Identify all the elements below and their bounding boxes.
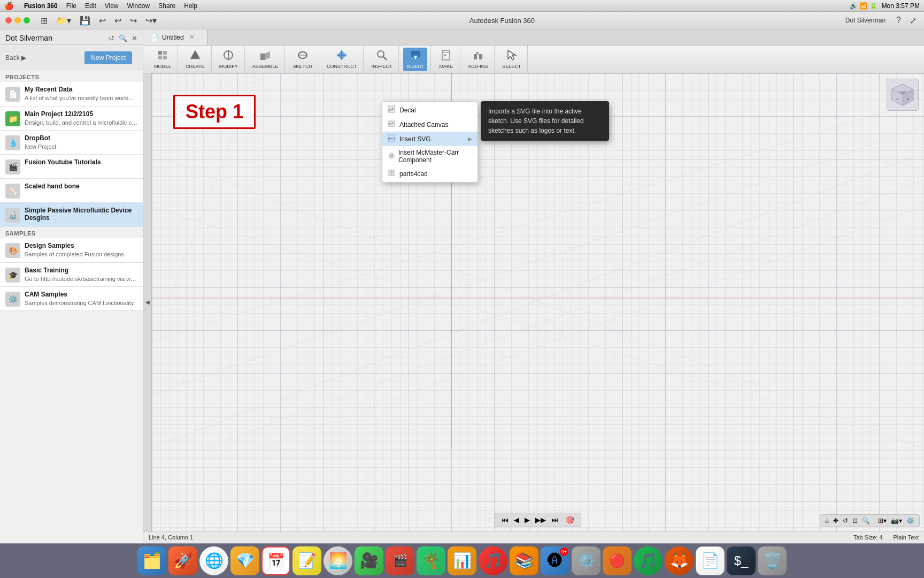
dock-ibooks[interactable]: 📚 [510, 546, 538, 575]
new-project-button[interactable]: New Project [84, 51, 132, 64]
toolbar-inspect-btn[interactable]: INSPECT [368, 48, 395, 71]
dock-preview[interactable]: 🌴 [417, 546, 445, 575]
project-youtube[interactable]: 🎬 Fusion Youtube Tutorials [0, 155, 143, 179]
toolbar-insert-btn[interactable]: INSERT [403, 48, 427, 71]
sample-design[interactable]: 🎨 Design Samples Samples of completed Fu… [0, 238, 143, 262]
view-orbit-btn[interactable]: ↺ [841, 516, 850, 525]
sample-training[interactable]: 🎓 Basic Training Go to http://autode.sk/… [0, 263, 143, 287]
save-button[interactable]: 💾 [78, 14, 93, 27]
toolbar-select-btn[interactable]: SELECT [499, 48, 524, 71]
playback-end-btn[interactable]: ⏭ [549, 515, 560, 525]
view-pan-btn[interactable]: ✥ [831, 516, 840, 525]
playback-next-btn[interactable]: ▶▶ [533, 515, 548, 525]
tab-close-button[interactable]: ✕ [189, 34, 194, 41]
dock-terminal[interactable]: $_ [727, 546, 756, 575]
menu-help[interactable]: Help [184, 2, 197, 10]
dropdown-insert-svg[interactable]: SVG Insert SVG ▶ [382, 132, 478, 146]
project-desc-recent: A list of what you've recently been work… [25, 94, 137, 102]
refresh-icon[interactable]: ↺ [109, 34, 114, 42]
dock-finder[interactable]: 🗂️ [137, 546, 166, 575]
itunes-icon: 🎵 [484, 552, 503, 569]
project-my-recent-data[interactable]: 📄 My Recent Data A list of what you've r… [0, 82, 143, 106]
toolbar-make-btn[interactable]: MAKE [435, 48, 457, 71]
menu-window[interactable]: Window [127, 2, 150, 10]
undo2-button[interactable]: ↩ [112, 14, 124, 27]
toolbar-assemble-btn[interactable]: ASSEMBLE [249, 48, 282, 71]
dock-keynote[interactable]: 📊 [448, 546, 476, 575]
dock-fusion-preview[interactable]: 🎬 [386, 546, 414, 575]
view-zoom-btn[interactable]: 🔍 [860, 516, 872, 525]
redo-button[interactable]: ↪ [128, 14, 139, 27]
playback-prev-btn[interactable]: ◀ [512, 515, 521, 525]
help-button[interactable]: ? [894, 14, 903, 26]
dock-appstore[interactable]: 🅐 9+ [541, 546, 569, 575]
toolbar-create-btn[interactable]: CREATE [182, 48, 208, 71]
dropdown-mcmaster[interactable]: M Insert McMaster-Carr Component [382, 146, 478, 166]
folder-button[interactable]: 📁▾ [54, 14, 73, 27]
dock-sketch[interactable]: 💎 [230, 546, 259, 575]
dock-trash[interactable]: 🗑️ [758, 546, 787, 575]
cube-widget[interactable]: TOP R F [887, 79, 919, 111]
user-menu[interactable]: Dot Silverman [845, 17, 886, 24]
search-icon[interactable]: 🔍 [119, 34, 127, 42]
project-hand-bone[interactable]: 🦴 Scaled hand bone [0, 179, 143, 203]
left-panel-toggle[interactable]: ◀ [143, 73, 152, 531]
view-camera-btn[interactable]: 📷▾ [889, 516, 904, 525]
playback-start-btn[interactable]: ⏮ [499, 515, 511, 525]
dock-textedit[interactable]: 📄 [696, 546, 725, 575]
menu-share[interactable]: Share [158, 2, 175, 10]
apple-menu[interactable]: 🍎 [4, 2, 13, 10]
tab-bar: 📄 Untitled ✕ [143, 29, 924, 45]
view-settings-btn[interactable]: ⚙️ [905, 516, 916, 525]
maximize-button[interactable] [24, 17, 30, 24]
undo-button[interactable]: ↩ [97, 14, 108, 27]
grid-view-button[interactable]: ⊞ [38, 14, 50, 27]
playback-play-btn[interactable]: ▶ [522, 515, 532, 525]
toolbar-addins-btn[interactable]: ADD-INS [465, 48, 491, 71]
minimize-button[interactable] [14, 17, 21, 24]
dock-facetime[interactable]: 🎥 [355, 546, 383, 575]
project-dropbot[interactable]: 💧 DropBot New Project [0, 131, 143, 155]
dock-chrome[interactable]: 🌐 [199, 546, 228, 575]
toolbar-modify-btn[interactable]: MODIFY [216, 48, 241, 71]
dropdown-parts4cad[interactable]: parts4cad [382, 166, 478, 181]
dock-itunes[interactable]: 🎵 [479, 546, 507, 575]
canvas[interactable]: Step 1 TOP R F [152, 73, 924, 531]
toolbar-sketch-btn[interactable]: SKETCH [289, 48, 315, 71]
tab-untitled[interactable]: 📄 Untitled ✕ [143, 29, 207, 45]
dock-fusion360[interactable]: 🔴 [603, 546, 632, 575]
create-icon [189, 49, 201, 63]
toolbar-construct-btn[interactable]: CONSTRUCT [324, 48, 360, 71]
dock: 🗂️ 🚀 🌐 💎 📅 📝 🌅 🎥 🎬 🌴 📊 [0, 543, 924, 578]
close-button[interactable] [5, 17, 12, 24]
dock-notes[interactable]: 📝 [292, 546, 321, 575]
close-sidebar-icon[interactable]: ✕ [132, 34, 137, 42]
playback-target-btn[interactable]: 🎯 [564, 515, 576, 525]
dock-firefox[interactable]: 🦊 [665, 546, 694, 575]
menu-file[interactable]: File [66, 2, 76, 10]
dock-photos[interactable]: 🌅 [324, 546, 352, 575]
sample-cam[interactable]: ⚙️ CAM Samples Samples demonstrating CAM… [0, 287, 143, 311]
dropdown-decal[interactable]: Decal [382, 103, 478, 117]
model-icon [157, 49, 168, 63]
menu-view[interactable]: View [105, 2, 119, 10]
back-label[interactable]: Back ▶ [5, 54, 26, 62]
view-display-btn[interactable]: ⊞▾ [876, 516, 888, 525]
svg-rect-2 [158, 56, 162, 59]
redo2-button[interactable]: ↪▾ [143, 14, 159, 27]
svg-rect-23 [476, 52, 479, 55]
svg-rect-22 [474, 54, 477, 59]
view-zoomfit-btn[interactable]: ⊡ [851, 516, 859, 525]
menu-edit[interactable]: Edit [85, 2, 96, 10]
dock-spotify[interactable]: 🎵 [634, 546, 663, 575]
make-label: MAKE [440, 64, 453, 69]
toolbar-model-btn[interactable]: MODEL [151, 48, 174, 71]
project-main[interactable]: 📁 Main Project 12/2/2105 Design, build, … [0, 107, 143, 131]
dock-calendar[interactable]: 📅 [261, 546, 290, 575]
dock-systemprefs[interactable]: ⚙️ [572, 546, 600, 575]
view-home-btn[interactable]: ⌂ [823, 516, 830, 525]
expand-button[interactable]: ⤢ [907, 14, 919, 27]
dropdown-attached-canvas[interactable]: Attached Canvas [382, 117, 478, 132]
project-microfluidic[interactable]: 🔬 Simple Passive Microfluidic Device Des… [0, 203, 143, 227]
dock-launchpad[interactable]: 🚀 [168, 546, 197, 575]
